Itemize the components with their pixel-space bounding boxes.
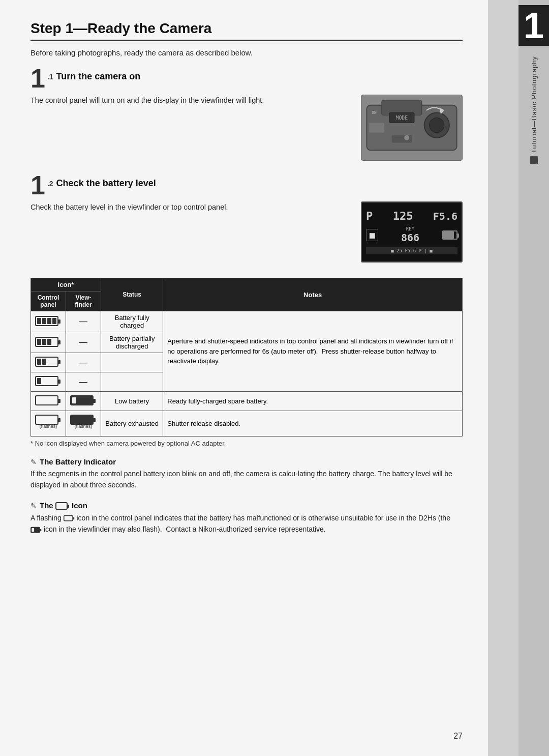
svg-rect-18 (37, 339, 41, 345)
lcd-aperture: F5.6 (433, 210, 458, 222)
tab-text: Tutorial—Basic Photography (530, 56, 538, 153)
lcd-bottom-text: ■ 25 F5.6 P | ■ (391, 248, 432, 253)
table-row: (flashes) (flashes) Battery exhausted Sh… (31, 411, 463, 437)
pencil-icon-2: ✎ (30, 502, 37, 510)
battery-full-icon (35, 315, 62, 327)
status-1: Battery fully charged (101, 311, 163, 332)
step-1-section: 1 .1 Turn the camera on The control pane… (30, 69, 463, 161)
tab-number: 1 (518, 5, 549, 46)
svg-rect-45 (32, 528, 34, 532)
lcd-bottom-bar: ■ 25 F5.6 P | ■ (366, 247, 458, 254)
step-1-title: Turn the camera on (54, 69, 141, 82)
main-content: Step 1—Ready the Camera Before taking ph… (0, 0, 488, 756)
svg-rect-24 (42, 359, 46, 365)
svg-rect-28 (36, 396, 58, 405)
svg-text:MODE: MODE (395, 115, 408, 121)
battery-high-icon (35, 336, 62, 348)
table-header-finder: View-finder (66, 292, 101, 311)
page-number: 27 (453, 732, 463, 741)
svg-rect-11 (58, 319, 60, 324)
note-header-2: ✎ The Icon (30, 501, 463, 510)
svg-rect-29 (58, 399, 60, 403)
battery-table: Icon* Status Notes Controlpanel View-fin… (30, 278, 463, 437)
svg-rect-17 (58, 340, 60, 344)
svg-point-8 (404, 135, 409, 140)
step-1-text: The control panel will turn on and the d… (30, 95, 351, 106)
svg-rect-32 (72, 397, 76, 403)
lcd-top-row: P 125 F5.6 (366, 210, 458, 222)
svg-point-3 (429, 118, 444, 133)
battery-exhausted-icon: (flashes) (35, 414, 62, 432)
step-1-number: 1 (30, 65, 45, 92)
step-1-header: 1 .1 Turn the camera on (30, 69, 463, 92)
svg-rect-31 (93, 399, 96, 403)
table-header-notes: Notes (163, 278, 463, 311)
svg-rect-4 (369, 123, 384, 133)
svg-rect-34 (58, 418, 60, 422)
svg-rect-22 (58, 360, 60, 364)
svg-rect-33 (36, 415, 58, 424)
step-1-body: The control panel will turn on and the d… (30, 95, 463, 161)
icon-note: ✎ The Icon A flashing icon in the contro… (30, 501, 463, 535)
lcd-rem-value: 866 (401, 231, 419, 244)
table-header-icon: Icon* (31, 278, 101, 292)
svg-rect-40 (67, 505, 69, 508)
battery-icon-full (31, 311, 66, 332)
battery-icon-exhausted: (flashes) (31, 411, 66, 437)
svg-text:(flashes): (flashes) (75, 424, 93, 429)
status-5: Low battery (101, 392, 163, 411)
finder-icon-6: (flashes) (66, 411, 101, 437)
svg-text:ON: ON (372, 110, 377, 115)
step-1-image: MODE ON (361, 95, 463, 161)
finder-icon-4: — (66, 372, 101, 392)
lcd-mode: P (366, 210, 373, 222)
svg-rect-27 (37, 378, 41, 384)
status-6: Battery exhausted (101, 411, 163, 437)
inline-battery-icon-2 (30, 527, 42, 534)
step-2-body: Check the battery level in the viewfinde… (30, 201, 463, 263)
battery-table-wrapper: Icon* Status Notes Controlpanel View-fin… (30, 278, 463, 447)
svg-rect-42 (73, 517, 74, 520)
intro-text: Before taking photographs, ready the cam… (30, 48, 463, 57)
status-2: Battery partially discharged (101, 332, 163, 353)
notes-6: Shutter release disabled. (163, 411, 463, 437)
step-2-sub: .2 (47, 177, 53, 188)
status-3 (101, 353, 163, 372)
finder-icon-1: — (66, 311, 101, 332)
table-footnote: * No icon displayed when camera powered … (30, 440, 463, 447)
svg-rect-13 (42, 318, 46, 324)
svg-rect-44 (40, 529, 41, 531)
battery-low-small-icon (35, 375, 62, 387)
status-4 (101, 372, 163, 392)
step-2-section: 1 .2 Check the battery level Check the b… (30, 176, 463, 263)
table-row: — Battery fully charged Aperture and shu… (31, 311, 463, 332)
svg-rect-26 (58, 380, 60, 384)
svg-text:(flashes): (flashes) (40, 424, 57, 429)
battery-low-icon (35, 394, 62, 406)
right-tab: 1 ⬛ Tutorial—Basic Photography (518, 0, 549, 756)
step-2-title: Check the battery level (54, 176, 156, 189)
table-header-status: Status (101, 278, 163, 311)
finder-icon-2: — (66, 332, 101, 353)
battery-low-finder-icon (70, 394, 97, 406)
page-title: Step 1—Ready the Camera (30, 20, 463, 41)
step-2-number: 1 (30, 172, 45, 198)
inline-battery-icon (64, 515, 75, 522)
battery-med-icon (35, 356, 62, 368)
battery-icon-low-small (31, 372, 66, 392)
svg-rect-12 (37, 318, 41, 324)
battery-icon-low (31, 392, 66, 411)
notes-1: Aperture and shutter-speed indicators in… (163, 311, 463, 392)
svg-rect-19 (42, 339, 46, 345)
note-body-1: If the segments in the control panel bat… (30, 468, 463, 491)
svg-rect-14 (47, 318, 51, 324)
notes-5: Ready fully-charged spare battery. (163, 392, 463, 411)
svg-rect-20 (47, 339, 51, 345)
battery-icon-med (31, 353, 66, 372)
battery-exhausted-finder-icon: (flashes) (70, 414, 97, 432)
tab-label: ⬛ Tutorial—Basic Photography (529, 56, 538, 164)
the-icon-battery (55, 502, 70, 510)
lcd-rem-label: REM (401, 226, 419, 231)
svg-rect-36 (71, 415, 93, 424)
camera-diagram: MODE ON (361, 95, 462, 160)
